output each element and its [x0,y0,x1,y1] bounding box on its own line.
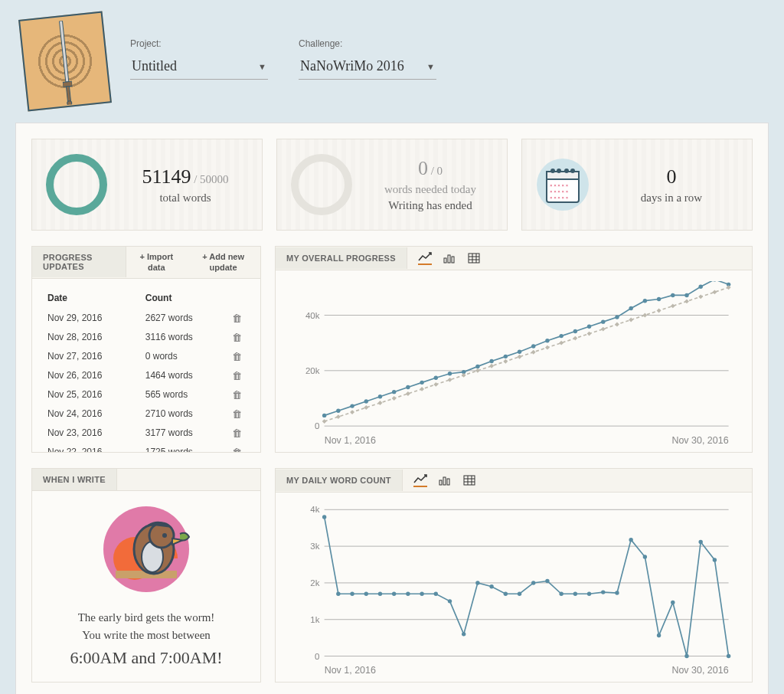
svg-point-55 [698,285,702,289]
line-chart-icon[interactable] [413,473,427,487]
chevron-down-icon: ▼ [258,62,266,71]
svg-point-49 [615,315,619,319]
project-select[interactable]: Untitled ▼ [130,55,268,80]
svg-point-7 [550,169,555,173]
svg-point-135 [601,590,605,594]
svg-point-40 [489,359,493,363]
table-row: Nov 26, 20161464 words🗑 [44,367,254,385]
svg-text:Nov 1, 2016: Nov 1, 2016 [325,435,376,446]
svg-point-46 [573,329,577,333]
svg-point-37 [448,372,452,375]
svg-point-116 [336,592,340,596]
svg-rect-84 [684,299,689,303]
when-line2: You write the most between [82,627,211,644]
update-count: 1464 words [142,367,227,385]
svg-point-43 [531,344,535,348]
update-date: Nov 28, 2016 [44,329,141,346]
import-data-button[interactable]: + Import data [126,247,186,278]
line-chart-icon[interactable] [418,251,432,265]
svg-rect-60 [350,410,354,414]
svg-point-48 [601,319,605,323]
table-row: Nov 25, 2016565 words🗑 [44,386,254,404]
challenge-select[interactable]: NaNoWriMo 2016 ▼ [299,55,436,80]
update-count: 3177 words [142,424,227,442]
add-update-button[interactable]: + Add new update [186,247,260,278]
svg-rect-97 [439,480,442,485]
bar-chart-icon[interactable] [438,473,452,487]
svg-rect-81 [642,313,647,318]
svg-point-123 [434,592,438,596]
svg-point-51 [643,299,647,303]
trash-icon[interactable]: 🗑 [232,313,242,324]
svg-point-125 [462,632,466,636]
svg-rect-72 [518,355,522,359]
when-line3: 6:00AM and 7:00AM! [70,648,222,668]
svg-point-144 [727,654,730,658]
svg-rect-14 [444,258,446,263]
overall-progress-panel: MY OVERALL PROGRESS 020k40kNov 1, 2016No… [275,246,753,453]
table-icon[interactable] [462,473,476,487]
svg-point-132 [559,592,563,596]
streak-label: days in a row [605,192,738,205]
svg-rect-75 [559,341,564,345]
svg-point-139 [657,633,661,637]
total-words-label: total words [122,192,248,205]
svg-text:1k: 1k [310,615,319,624]
svg-point-28 [322,414,326,417]
svg-point-141 [684,654,688,658]
update-date: Nov 23, 2016 [44,424,141,442]
progress-ring-icon [46,154,107,215]
trash-icon[interactable]: 🗑 [232,389,242,401]
svg-point-136 [615,591,619,594]
update-count: 1725 words [142,444,227,452]
svg-rect-85 [698,294,703,299]
svg-rect-73 [531,350,536,355]
table-row: Nov 28, 20163116 words🗑 [44,329,254,346]
daily-word-count-chart: 01k2k3k4kNov 1, 2016Nov 30, 2016 [291,503,737,679]
svg-rect-61 [364,405,368,410]
update-date: Nov 26, 2016 [44,367,141,385]
project-label: Project: [130,38,268,49]
update-count: 2710 words [142,405,227,423]
challenge-value: NaNoWriMo 2016 [300,58,404,74]
progress-ring-icon [291,154,352,215]
bird-icon [100,503,192,595]
svg-point-9 [564,169,569,173]
words-needed-card: 0 / 0 words needed today Writing has end… [276,139,508,231]
svg-rect-16 [452,257,454,263]
svg-point-35 [420,381,423,385]
svg-point-10 [570,169,575,173]
challenge-label: Challenge: [299,38,436,49]
trash-icon[interactable]: 🗑 [232,408,242,420]
svg-point-119 [378,592,382,596]
updates-scroll[interactable]: DateCountNov 29, 20162627 words🗑Nov 28, … [32,279,260,452]
svg-text:× × × × ×: × × × × × [550,195,569,200]
svg-point-30 [350,404,354,408]
update-date: Nov 24, 2016 [44,405,141,423]
svg-point-33 [392,390,396,394]
trash-icon[interactable]: 🗑 [232,332,242,343]
svg-point-31 [364,399,368,403]
trash-icon[interactable]: 🗑 [232,447,242,452]
trash-icon[interactable]: 🗑 [232,427,242,439]
svg-rect-78 [601,327,606,332]
svg-rect-58 [322,419,327,424]
trash-icon[interactable]: 🗑 [232,351,242,362]
when-i-write-panel: WHEN I WRITE The early bird gets the wo [31,468,261,683]
svg-rect-82 [657,309,662,313]
svg-rect-69 [475,368,480,373]
svg-point-121 [406,592,410,596]
svg-text:2k: 2k [310,578,319,588]
svg-point-127 [489,584,493,588]
when-title: WHEN I WRITE [32,469,117,490]
table-icon[interactable] [467,251,481,265]
svg-rect-63 [392,396,397,401]
update-count: 0 words [142,348,227,365]
svg-rect-79 [615,322,619,327]
trash-icon[interactable]: 🗑 [232,370,242,381]
svg-rect-59 [336,414,341,419]
bar-chart-icon[interactable] [443,251,456,265]
svg-point-134 [587,592,591,596]
svg-rect-70 [489,364,494,368]
svg-rect-15 [448,255,450,263]
